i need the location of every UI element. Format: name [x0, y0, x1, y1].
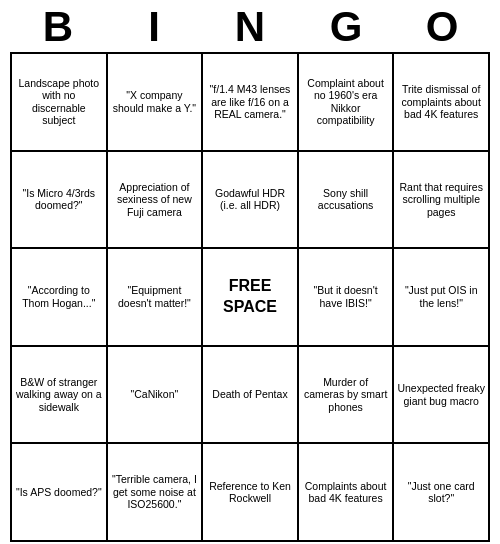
cell-1-3: Sony shill accusations: [298, 151, 394, 249]
title-g: G: [301, 6, 391, 48]
cell-1-0: "Is Micro 4/3rds doomed?": [11, 151, 107, 249]
cell-0-4: Trite dismissal of complaints about bad …: [393, 53, 489, 151]
cell-4-0: "Is APS doomed?": [11, 443, 107, 541]
title-i: I: [109, 6, 199, 48]
cell-4-2: Reference to Ken Rockwell: [202, 443, 298, 541]
cell-3-3: Murder of cameras by smart phones: [298, 346, 394, 444]
cell-4-4: "Just one card slot?": [393, 443, 489, 541]
cell-1-1: Appreciation of sexiness of new Fuji cam…: [107, 151, 203, 249]
bingo-title: B I N G O: [10, 0, 490, 52]
cell-0-0: Landscape photo with no discernable subj…: [11, 53, 107, 151]
cell-3-4: Unexpected freaky giant bug macro: [393, 346, 489, 444]
title-o: O: [397, 6, 487, 48]
cell-3-2: Death of Pentax: [202, 346, 298, 444]
cell-free: FREE SPACE: [202, 248, 298, 346]
cell-0-2: "f/1.4 M43 lenses are like f/16 on a REA…: [202, 53, 298, 151]
cell-1-2: Godawful HDR (i.e. all HDR): [202, 151, 298, 249]
title-b: B: [13, 6, 103, 48]
cell-2-3: "But it doesn't have IBIS!": [298, 248, 394, 346]
cell-1-4: Rant that requires scrolling multiple pa…: [393, 151, 489, 249]
cell-2-0: "According to Thom Hogan...": [11, 248, 107, 346]
cell-4-1: "Terrible camera, I get some noise at IS…: [107, 443, 203, 541]
cell-2-4: "Just put OIS in the lens!": [393, 248, 489, 346]
cell-4-3: Complaints about bad 4K features: [298, 443, 394, 541]
cell-0-3: Complaint about no 1960's era Nikkor com…: [298, 53, 394, 151]
title-n: N: [205, 6, 295, 48]
cell-3-0: B&W of stranger walking away on a sidewa…: [11, 346, 107, 444]
cell-2-1: "Equipment doesn't matter!": [107, 248, 203, 346]
bingo-grid: Landscape photo with no discernable subj…: [10, 52, 490, 542]
cell-3-1: "CaNikon": [107, 346, 203, 444]
cell-0-1: "X company should make a Y.": [107, 53, 203, 151]
